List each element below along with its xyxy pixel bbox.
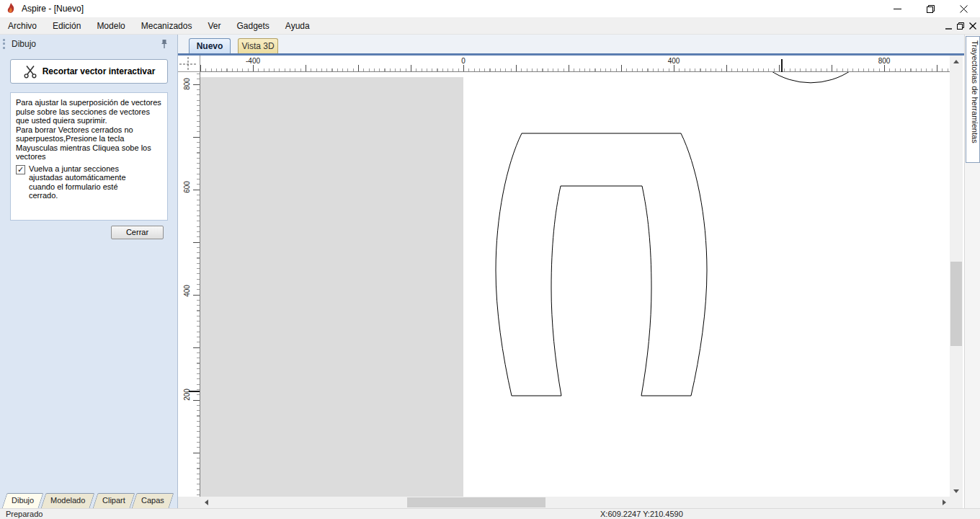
panel-title: Dibujo <box>12 39 36 49</box>
scroll-down-button[interactable] <box>950 485 963 497</box>
drawing-canvas[interactable] <box>200 72 950 497</box>
tab-vista-3d[interactable]: Vista 3D <box>238 38 278 53</box>
scroll-up-button[interactable] <box>950 56 963 67</box>
rejoin-checkbox[interactable]: ✓ <box>16 165 25 174</box>
hruler-label: 0 <box>449 57 478 65</box>
instruction-text-2: Para borrar Vectores cerrados no superpu… <box>16 125 163 161</box>
partial-circle-arc[interactable] <box>770 72 852 83</box>
menu-gadgets[interactable]: Gadgets <box>228 17 277 35</box>
cursor-x-marker <box>781 59 783 72</box>
arch-vector-outline[interactable] <box>496 133 707 396</box>
scroll-down-icon <box>953 489 959 493</box>
cursor-coordinates: X:609.2247 Y:210.4590 <box>600 510 683 518</box>
sidebar-tab-modelado-label: Modelado <box>50 494 85 507</box>
panel-grip <box>3 39 5 49</box>
ruler-footer-filler <box>178 497 200 508</box>
window-title: Aspire - [Nuevo] <box>22 4 84 14</box>
cerrar-button[interactable]: Cerrar <box>111 226 164 239</box>
menu-ver[interactable]: Ver <box>200 17 228 35</box>
scroll-left-icon <box>205 500 208 505</box>
sidebar-tab-clipart-label: Clipart <box>102 494 125 507</box>
menu-edicion[interactable]: Edición <box>45 17 89 35</box>
rejoin-checkbox-label: Vuelva a juntar secciones ajustadas auto… <box>29 164 143 200</box>
sidebar-tab-modelado[interactable]: Modelado <box>41 493 95 508</box>
aspire-flame-icon <box>6 3 16 14</box>
scroll-left-button[interactable] <box>200 497 212 508</box>
mdi-minimize-icon[interactable] <box>945 22 952 30</box>
outside-job-area <box>200 77 463 497</box>
vruler-label: 600 <box>183 175 192 200</box>
sidebar-tab-dibujo-label: Dibujo <box>12 494 34 507</box>
title-bar: Aspire - [Nuevo] <box>0 0 980 17</box>
menu-bar: Archivo Edición Modelo Mecanizados Ver G… <box>0 17 980 35</box>
scissors-icon <box>23 64 37 79</box>
instruction-text-1: Para ajustar la superposición de vectore… <box>16 98 163 125</box>
panel-header: Dibujo <box>0 35 177 53</box>
scroll-right-icon <box>943 500 946 505</box>
sidebar-tab-strip: Dibujo Modelado Clipart Capas <box>4 493 174 508</box>
pin-icon[interactable] <box>160 39 169 49</box>
sidebar-tab-capas[interactable]: Capas <box>132 493 174 508</box>
hruler-label: -400 <box>239 57 267 65</box>
ruler-origin-corner <box>178 56 200 72</box>
horizontal-scroll-thumb[interactable] <box>407 497 545 507</box>
close-icon <box>960 5 968 13</box>
mdi-window-controls <box>945 17 976 35</box>
vruler-label: 200 <box>183 383 192 407</box>
menu-mecanizados[interactable]: Mecanizados <box>133 17 200 35</box>
scrollbar-corner <box>950 497 963 508</box>
menu-archivo[interactable]: Archivo <box>0 17 45 35</box>
vruler-label: 800 <box>183 72 192 97</box>
recortar-vector-label: Recortar vector interactivar <box>43 66 156 76</box>
canvas-graphics <box>200 72 950 497</box>
vertical-ruler: 800 600 400 200 <box>178 72 200 497</box>
menu-modelo[interactable]: Modelo <box>89 17 133 35</box>
horizontal-scrollbar[interactable] <box>200 497 950 508</box>
mdi-restore-icon[interactable] <box>957 22 964 30</box>
status-bar: Preparado X:609.2247 Y:210.4590 <box>0 508 980 519</box>
sidebar-tab-clipart[interactable]: Clipart <box>92 493 135 508</box>
status-text: Preparado <box>6 510 43 518</box>
vertical-scrollbar[interactable] <box>950 56 963 497</box>
restore-button[interactable] <box>914 0 947 17</box>
instructions-panel: Para ajustar la superposición de vectore… <box>10 92 168 221</box>
recortar-vector-button[interactable]: Recortar vector interactivar <box>10 59 168 84</box>
sidebar-tab-dibujo[interactable]: Dibujo <box>2 493 44 508</box>
tab-nuevo[interactable]: Nuevo <box>189 38 231 53</box>
drawing-panel: Dibujo Recortar vector interactivar Para… <box>0 35 178 508</box>
minimize-icon <box>894 5 901 13</box>
hruler-label: 400 <box>659 57 688 65</box>
sidebar-tab-capas-label: Capas <box>141 494 164 507</box>
minimize-button[interactable] <box>881 0 914 17</box>
cursor-y-marker <box>189 391 200 392</box>
toolpaths-panel-tab[interactable]: Trayectorias de herramientas <box>966 36 980 163</box>
scroll-right-button[interactable] <box>938 497 950 508</box>
right-panel-strip: Trayectorias de herramientas <box>964 35 980 508</box>
restore-icon <box>927 5 935 13</box>
vruler-label: 400 <box>183 279 192 303</box>
menu-ayuda[interactable]: Ayuda <box>277 17 318 35</box>
close-button[interactable] <box>947 0 980 17</box>
scroll-up-icon <box>953 60 959 63</box>
origin-crosshair-icon <box>178 56 199 71</box>
document-tab-row: Nuevo Vista 3D <box>178 35 964 53</box>
horizontal-ruler: -400 0 400 800 <box>200 56 950 72</box>
vertical-scroll-thumb[interactable] <box>950 262 962 346</box>
hruler-label: 800 <box>870 57 899 65</box>
mdi-close-icon[interactable] <box>969 22 976 30</box>
